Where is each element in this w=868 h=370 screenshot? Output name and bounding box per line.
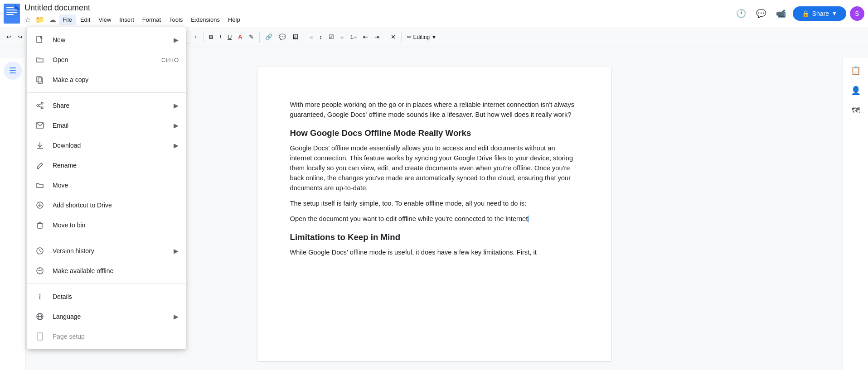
svg-rect-0: [4, 4, 20, 24]
decrease-indent-button[interactable]: ⇤: [360, 30, 371, 44]
menu-view[interactable]: View: [95, 14, 115, 25]
share-label: Share: [812, 10, 829, 17]
underline-icon: U: [228, 34, 232, 40]
bullet-list-button[interactable]: ≡: [338, 30, 347, 44]
email-icon: [34, 121, 45, 130]
sidebar-outline-icon[interactable]: ☰: [4, 62, 22, 80]
menu-edit[interactable]: Edit: [77, 14, 94, 25]
video-button[interactable]: 📹: [773, 5, 789, 22]
language-icon: [34, 312, 45, 321]
svg-rect-32: [37, 333, 43, 340]
menu-item-share[interactable]: Share ▶: [27, 96, 186, 115]
menu-item-new[interactable]: New ▶: [27, 30, 186, 50]
svg-rect-2: [6, 10, 17, 10]
star-icon[interactable]: ☆: [23, 14, 33, 25]
share-button[interactable]: 🔒 Share ▼: [793, 6, 846, 21]
user-avatar[interactable]: S: [850, 6, 864, 21]
paragraph-5: While Google Docs' offline mode is usefu…: [290, 247, 578, 257]
svg-line-14: [39, 106, 41, 107]
right-panel-icon-1[interactable]: 📋: [847, 62, 865, 80]
new-label: New: [53, 36, 174, 43]
download-arrow: ▶: [174, 142, 179, 149]
paragraph-1: With more people working on the go or in…: [290, 100, 578, 120]
menu-item-add-shortcut[interactable]: Add shortcut to Drive: [27, 195, 186, 215]
bold-button[interactable]: B: [206, 30, 216, 44]
toolbar-sep-7: [385, 32, 385, 43]
menu-file[interactable]: File: [59, 14, 76, 25]
paragraph-4: Open the document you want to edit offli…: [290, 214, 578, 224]
dd-sep-1: [27, 92, 186, 93]
italic-button[interactable]: I: [217, 30, 224, 44]
menu-extensions[interactable]: Extensions: [187, 14, 223, 25]
line-spacing-button[interactable]: ↕: [316, 30, 325, 44]
svg-rect-22: [38, 224, 42, 228]
version-history-label: Version history: [53, 247, 174, 255]
menu-item-open[interactable]: Open Ctrl+O: [27, 50, 186, 70]
open-label: Open: [53, 56, 161, 63]
menu-bar: ☆ 📁 ☁ File Edit View Insert Format Tools…: [23, 14, 244, 25]
menu-item-language[interactable]: Language ▶: [27, 307, 186, 327]
right-panel-icon-3[interactable]: 🗺: [847, 101, 865, 120]
svg-rect-8: [38, 78, 43, 83]
heading-2: Limitations to Keep in Mind: [290, 231, 578, 244]
left-sidebar: ☰: [0, 58, 25, 370]
language-arrow: ▶: [174, 313, 179, 320]
menu-item-rename[interactable]: Rename: [27, 155, 186, 175]
details-label: Details: [53, 293, 179, 300]
undo-button[interactable]: ↩: [4, 30, 14, 44]
email-label: Email: [53, 122, 174, 129]
menu-item-version-history[interactable]: Version history ▶: [27, 241, 186, 261]
menu-item-move-bin[interactable]: Move to bin: [27, 215, 186, 235]
cloud-saved-icon[interactable]: ☁: [47, 14, 58, 25]
toolbar-sep-8: [401, 32, 402, 43]
menu-help[interactable]: Help: [224, 14, 244, 25]
dd-sep-2: [27, 238, 186, 238]
align-button[interactable]: ≡: [307, 30, 316, 44]
document-title[interactable]: Untitled document: [23, 2, 244, 14]
menu-tools[interactable]: Tools: [165, 14, 186, 25]
font-size-increase[interactable]: +: [191, 30, 200, 44]
svg-rect-28: [39, 296, 40, 299]
checklist-button[interactable]: ☑: [326, 30, 337, 44]
menu-item-details[interactable]: Details: [27, 287, 186, 307]
highlight-button[interactable]: ✎: [246, 30, 257, 44]
menu-item-download[interactable]: Download ▶: [27, 135, 186, 155]
svg-rect-4: [6, 14, 14, 15]
menu-item-move[interactable]: Move: [27, 175, 186, 195]
svg-point-11: [41, 107, 43, 109]
redo-button[interactable]: ↪: [15, 30, 25, 44]
history-button[interactable]: 🕐: [733, 5, 749, 22]
new-doc-icon: [34, 36, 45, 44]
move-folder-icon: [34, 181, 45, 189]
lock-icon: 🔒: [802, 10, 810, 17]
file-menu-dropdown: New ▶ Open Ctrl+O Make a copy Share ▶ Em…: [27, 27, 186, 349]
svg-rect-9: [37, 77, 41, 82]
move-label: Move: [53, 182, 179, 189]
underline-button[interactable]: U: [225, 30, 234, 44]
increase-indent-button[interactable]: ⇥: [372, 30, 382, 44]
svg-point-27: [39, 294, 41, 296]
right-panel-icon-2[interactable]: 👤: [847, 82, 865, 100]
menu-item-make-copy[interactable]: Make a copy: [27, 70, 186, 90]
add-shortcut-label: Add shortcut to Drive: [53, 202, 179, 209]
menu-item-make-offline[interactable]: Make available offline: [27, 261, 186, 281]
top-actions: 🕐 💬 📹 🔒 Share ▼ S: [733, 5, 864, 22]
rename-label: Rename: [53, 162, 179, 169]
chat-button[interactable]: 💬: [753, 5, 769, 22]
download-icon: [34, 141, 45, 149]
move-icon[interactable]: 📁: [34, 14, 46, 25]
text-color-button[interactable]: A: [235, 30, 245, 44]
offline-icon: [34, 267, 45, 275]
menu-format[interactable]: Format: [139, 14, 165, 25]
paragraph-3: The setup itself is fairly simple, too. …: [290, 198, 578, 208]
comment-button[interactable]: 💬: [276, 30, 289, 44]
new-arrow-icon: ▶: [174, 36, 179, 43]
link-button[interactable]: 🔗: [262, 30, 275, 44]
mode-button[interactable]: ✏ Editing ▼: [404, 30, 439, 44]
menu-item-email[interactable]: Email ▶: [27, 115, 186, 135]
image-button[interactable]: 🖼: [290, 30, 301, 44]
clear-format-button[interactable]: ✕: [388, 30, 398, 44]
numbered-list-button[interactable]: 1≡: [347, 30, 359, 44]
menu-insert[interactable]: Insert: [116, 14, 138, 25]
menu-item-page-setup[interactable]: Page setup: [27, 327, 186, 346]
